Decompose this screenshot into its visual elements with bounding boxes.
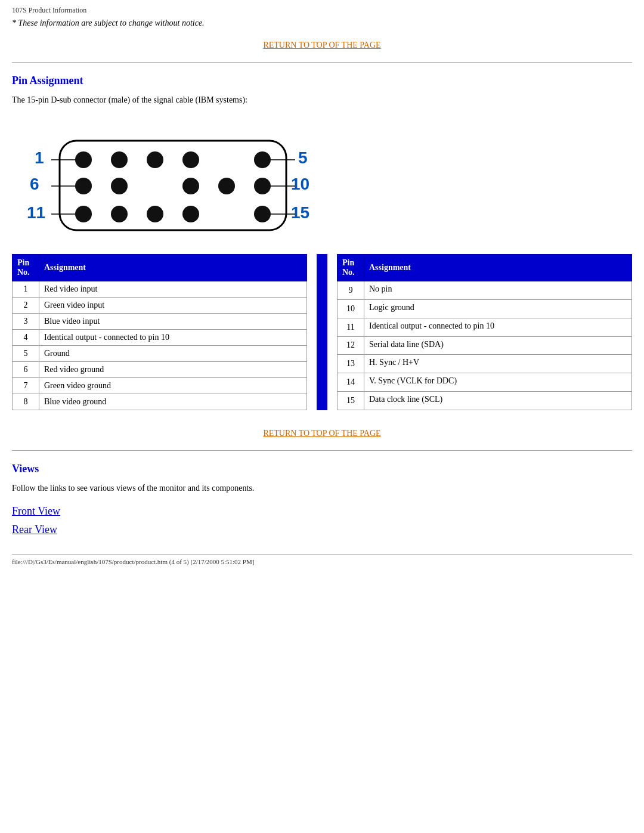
- left-table-header-pin: Pin No.: [13, 255, 39, 281]
- connector-diagram: 1 6 11 5 10 15: [24, 117, 334, 236]
- pin-number: 13: [338, 355, 364, 373]
- pin-assignment: Red video input: [39, 281, 307, 298]
- divider-1: [12, 62, 632, 63]
- svg-point-26: [182, 206, 199, 222]
- pin-number: 12: [338, 336, 364, 355]
- svg-point-25: [147, 206, 163, 222]
- views-desc: Follow the links to see various views of…: [12, 484, 632, 493]
- pin-assignment-section: Pin Assignment The 15-pin D-sub connecto…: [12, 75, 632, 410]
- table-row: 1Red video input: [13, 281, 307, 298]
- svg-point-20: [254, 178, 271, 194]
- pin-assignment: Data clock line (SCL): [364, 392, 632, 410]
- pin-number: 4: [13, 330, 39, 346]
- pin-number: 7: [13, 378, 39, 394]
- table-row: 6Red video ground: [13, 362, 307, 378]
- pin-assignment: Serial data line (SDA): [364, 336, 632, 355]
- table-row: 11Identical output - connected to pin 10: [338, 318, 632, 336]
- pin-assignment-title: Pin Assignment: [12, 75, 632, 87]
- pin-assignment: Green video ground: [39, 378, 307, 394]
- table-divider: [317, 254, 327, 410]
- table-row: 13H. Sync / H+V: [338, 355, 632, 373]
- return-link-bottom-container: RETURN TO TOP OF THE PAGE: [12, 428, 632, 438]
- divider-2: [12, 450, 632, 451]
- table-row: 5Ground: [13, 346, 307, 362]
- subtitle: * These information are subject to chang…: [12, 18, 632, 28]
- pin-assignment: Identical output - connected to pin 10: [364, 318, 632, 336]
- svg-point-9: [75, 151, 92, 168]
- pin-number: 2: [13, 298, 39, 314]
- svg-point-19: [218, 178, 235, 194]
- pin-assignment: Red video ground: [39, 362, 307, 378]
- pin-assignment: Logic ground: [364, 299, 632, 318]
- table-row: 14V. Sync (VCLK for DDC): [338, 373, 632, 392]
- pin-assignment: Blue video ground: [39, 394, 307, 410]
- return-to-top-link-1[interactable]: RETURN TO TOP OF THE PAGE: [263, 41, 380, 49]
- svg-text:5: 5: [298, 148, 308, 167]
- svg-text:6: 6: [30, 175, 39, 193]
- pin-number: 11: [338, 318, 364, 336]
- left-table-header-assignment: Assignment: [39, 255, 307, 281]
- svg-point-13: [254, 151, 271, 168]
- connector-svg: 1 6 11 5 10 15: [24, 117, 334, 236]
- pin-number: 8: [13, 394, 39, 410]
- pin-number: 9: [338, 281, 364, 300]
- left-pin-table: Pin No. Assignment 1Red video input2Gree…: [12, 254, 307, 410]
- svg-point-16: [75, 178, 92, 194]
- pin-assignment: Ground: [39, 346, 307, 362]
- table-row: 10Logic ground: [338, 299, 632, 318]
- pin-number: 10: [338, 299, 364, 318]
- table-row: 7Green video ground: [13, 378, 307, 394]
- views-link-item[interactable]: Rear View: [12, 524, 632, 536]
- return-to-top-link-2[interactable]: RETURN TO TOP OF THE PAGE: [263, 429, 380, 438]
- pin-tables-container: Pin No. Assignment 1Red video input2Gree…: [12, 254, 632, 410]
- table-row: 4Identical output - connected to pin 10: [13, 330, 307, 346]
- svg-point-11: [147, 151, 163, 168]
- table-row: 3Blue video input: [13, 314, 307, 330]
- table-row: 12Serial data line (SDA): [338, 336, 632, 355]
- svg-rect-6: [60, 141, 286, 230]
- svg-point-12: [182, 151, 199, 168]
- pin-number: 5: [13, 346, 39, 362]
- pin-number: 3: [13, 314, 39, 330]
- table-row: 2Green video input: [13, 298, 307, 314]
- right-pin-table: Pin No. Assignment 9No pin10Logic ground…: [337, 254, 632, 410]
- table-row: 15Data clock line (SCL): [338, 392, 632, 410]
- pin-number: 15: [338, 392, 364, 410]
- pin-assignment-desc: The 15-pin D-sub connector (male) of the…: [12, 95, 632, 105]
- views-title: Views: [12, 463, 632, 475]
- right-table-header-pin: Pin No.: [338, 255, 364, 281]
- svg-text:10: 10: [291, 175, 309, 193]
- svg-point-17: [111, 178, 128, 194]
- footer: file:///D|/Gs3/Es/manual/english/107S/pr…: [12, 554, 632, 565]
- svg-text:1: 1: [35, 148, 44, 167]
- svg-point-24: [111, 206, 128, 222]
- page-header: 107S Product Information: [12, 6, 632, 15]
- footer-text: file:///D|/Gs3/Es/manual/english/107S/pr…: [12, 558, 254, 565]
- views-links: Front ViewRear View: [12, 505, 632, 536]
- return-link-top-container: RETURN TO TOP OF THE PAGE: [12, 40, 632, 50]
- svg-text:15: 15: [291, 203, 309, 222]
- pin-assignment: H. Sync / H+V: [364, 355, 632, 373]
- table-row: 9No pin: [338, 281, 632, 300]
- pin-number: 1: [13, 281, 39, 298]
- views-section: Views Follow the links to see various vi…: [12, 463, 632, 536]
- pin-assignment: No pin: [364, 281, 632, 300]
- svg-point-18: [182, 178, 199, 194]
- svg-text:11: 11: [27, 203, 45, 222]
- pin-assignment: V. Sync (VCLK for DDC): [364, 373, 632, 392]
- right-table-header-assignment: Assignment: [364, 255, 632, 281]
- svg-point-23: [75, 206, 92, 222]
- pin-assignment: Green video input: [39, 298, 307, 314]
- views-link-item[interactable]: Front View: [12, 505, 632, 518]
- svg-point-10: [111, 151, 128, 168]
- pin-assignment: Blue video input: [39, 314, 307, 330]
- svg-point-27: [254, 206, 271, 222]
- table-row: 8Blue video ground: [13, 394, 307, 410]
- pin-number: 6: [13, 362, 39, 378]
- pin-number: 14: [338, 373, 364, 392]
- pin-assignment: Identical output - connected to pin 10: [39, 330, 307, 346]
